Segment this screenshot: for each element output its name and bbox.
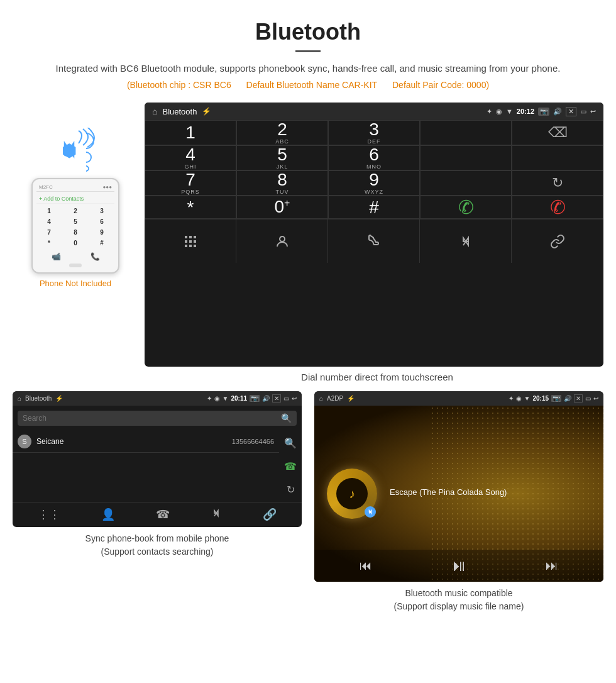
pb-bottom-bt[interactable] [211,508,222,522]
pb-bottom-person[interactable]: 👤 [101,508,115,522]
dial-caption: Dial number direct from touchscreen [0,367,616,391]
dial-key-hash[interactable]: # [328,196,420,219]
music-title-label: A2DP [327,395,343,402]
pb-close-icon[interactable]: ✕ [272,394,281,403]
dial-backspace[interactable]: ⌫ [512,120,603,145]
dial-empty-r2c4 [420,145,512,170]
pb-bottom-phone[interactable]: ☎ [156,508,170,522]
phone-signal: ●●● [103,184,113,190]
pb-status-right: ✦ ◉ ▼ 20:11 📷 🔊 ✕ ▭ ↩ [207,394,297,403]
usb-icon: ⚡ [202,107,211,116]
pb-bottom-grid[interactable]: ⋮⋮ [38,508,60,522]
phone-carrier: M2FC [39,184,53,190]
music-close-icon[interactable]: ✕ [574,394,583,403]
pb-vol-icon[interactable]: 🔊 [262,395,270,402]
pb-search-input[interactable] [23,414,281,423]
dial-call-green[interactable]: ✆ [420,196,512,219]
spec-chip: (Bluetooth chip : CSR BC6 [127,80,231,90]
pb-back-icon[interactable]: ↩ [292,395,297,402]
svg-rect-4 [189,240,192,243]
pb-side-search[interactable]: 🔍 [282,435,299,452]
pb-contact-avatar: S [18,435,31,448]
status-right: ✦ ◉ ▼ 20:12 📷 🔊 ✕ ▭ ↩ [487,107,596,116]
phone-not-included-label: Phone Not Included [40,279,111,288]
pb-side-call[interactable]: ☎ [282,458,299,475]
dial-key-1[interactable]: 1 [145,120,236,145]
dial-key-7[interactable]: 7 PQRS [145,170,236,196]
pb-search-icon: 🔍 [281,413,292,423]
dial-key-0[interactable]: 0+ [236,196,328,219]
phone-add-contact: + Add to Contacts [36,194,114,204]
music-vol-icon[interactable]: 🔊 [564,395,571,402]
page-header: Bluetooth Integrated with BC6 Bluetooth … [0,0,616,96]
phone-bottom-icons: 📹 📞 [36,250,114,261]
pb-cam-icon[interactable]: 📷 [250,395,260,402]
status-left: ⌂ Bluetooth ⚡ [152,106,211,116]
pb-bt-icon: ✦ [207,395,212,402]
music-album-art: ♪ [327,469,377,519]
dial-call-red[interactable]: ✆ [512,196,603,219]
phone-home-button [69,264,82,267]
music-next-button[interactable]: ⏭ [546,558,558,573]
dial-key-9[interactable]: 9 WXYZ [328,170,420,196]
music-play-pause-button[interactable]: ⏯ [451,556,467,575]
bottom-phone-icon[interactable] [328,219,420,263]
pb-win-icon[interactable]: ▭ [283,395,289,402]
music-controls: ⏮ ⏯ ⏭ [314,550,603,582]
pb-wifi-icon: ▼ [223,395,229,402]
phone-key-8: 8 [63,228,88,237]
pb-side-refresh[interactable]: ↻ [284,481,297,498]
phone-key-9: 9 [89,228,114,237]
bottom-person-icon[interactable] [236,219,328,263]
svg-rect-3 [185,240,187,243]
dial-key-5[interactable]: 5 JKL [236,145,328,170]
bottom-grid-icon[interactable] [145,219,236,263]
phonebook-panel: ⌂ Bluetooth ⚡ ✦ ◉ ▼ 20:11 📷 🔊 ✕ ▭ ↩ [13,391,302,618]
back-icon[interactable]: ↩ [590,108,596,116]
pb-contact-row[interactable]: S Seicane 13566664466 [13,431,279,453]
phone-key-6: 6 [89,217,114,226]
music-cam-icon[interactable]: 📷 [551,395,561,402]
volume-icon[interactable]: 🔊 [553,108,562,116]
bottom-bluetooth-icon[interactable] [420,219,512,263]
bt-arc-small [82,164,91,173]
music-wifi-icon: ▼ [524,395,531,402]
dial-key-6[interactable]: 6 MNO [328,145,420,170]
camera-icon[interactable]: 📷 [538,108,549,116]
pb-contact-section: S Seicane 13566664466 🔍 ☎ ↻ [13,431,302,502]
phonebook-screen: ⌂ Bluetooth ⚡ ✦ ◉ ▼ 20:11 📷 🔊 ✕ ▭ ↩ [13,391,302,527]
dial-key-2[interactable]: 2 ABC [236,120,328,145]
close-icon[interactable]: ✕ [566,107,576,116]
music-home-icon[interactable]: ⌂ [319,395,323,402]
bottom-link-icon[interactable] [512,219,603,263]
dial-key-3[interactable]: 3 DEF [328,120,420,145]
music-status-left: ⌂ A2DP ⚡ [319,395,355,402]
pb-bottom-link[interactable]: 🔗 [263,508,277,522]
pb-search-bar: 🔍 [18,411,297,426]
pb-title: Bluetooth [25,395,52,402]
phone-side: ⬢ M2FC ●●● + Add to Contacts [13,103,138,288]
window-icon[interactable]: ▭ [580,108,586,116]
phone-key-hash: # [89,238,114,248]
dialpad-bottom [145,219,603,263]
title-divider [295,50,321,52]
phone-key-4: 4 [36,217,62,226]
dial-key-4[interactable]: 4 GHI [145,145,236,170]
dial-key-star[interactable]: * [145,196,236,219]
svg-rect-8 [194,245,196,247]
wifi-icon: ▼ [506,108,513,115]
music-time: 20:15 [532,395,549,402]
pb-side-icons: 🔍 ☎ ↻ [279,431,302,502]
music-prev-button[interactable]: ⏮ [360,558,372,573]
pb-home-icon[interactable]: ⌂ [18,395,21,402]
home-icon[interactable]: ⌂ [152,106,157,116]
music-panel: ⌂ A2DP ⚡ ✦ ◉ ▼ 20:15 📷 🔊 ✕ ▭ ↩ [314,391,603,618]
music-loc-icon: ◉ [516,395,522,402]
header-description: Integrated with BC6 Bluetooth module, su… [25,61,591,76]
music-back-icon[interactable]: ↩ [593,395,598,402]
phone-key-2: 2 [63,206,88,216]
dial-key-8[interactable]: 8 TUV [236,170,328,196]
dial-refresh[interactable]: ↻ [512,170,603,196]
phone-key-star: * [36,238,62,248]
music-win-icon[interactable]: ▭ [585,395,591,402]
